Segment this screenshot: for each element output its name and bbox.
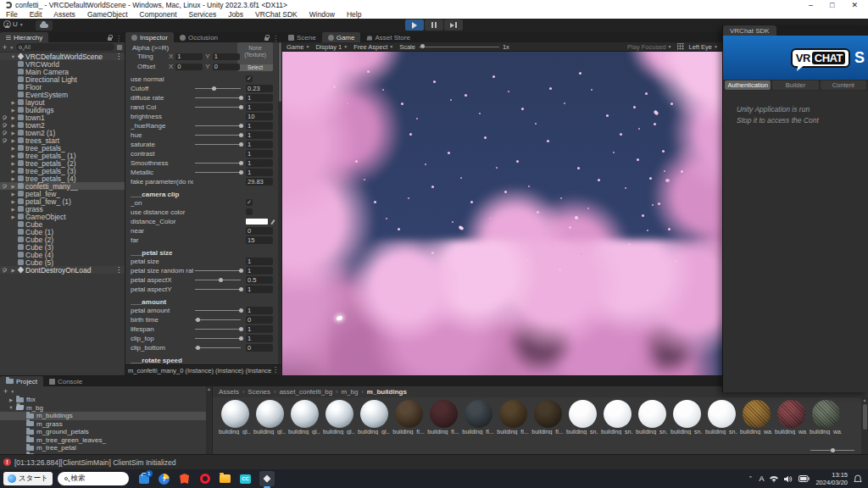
expand-arrow-icon[interactable]: ▶ bbox=[10, 100, 16, 105]
inspector-row--huerange[interactable]: _hueRange1 bbox=[125, 121, 278, 130]
cc-taskbar-button[interactable]: CC bbox=[239, 472, 253, 485]
hierarchy-item[interactable]: ▶town1 bbox=[0, 114, 125, 121]
tab-occlusion[interactable]: Occlusion bbox=[174, 32, 224, 42]
property-value-input[interactable]: 1 bbox=[246, 325, 273, 333]
expand-arrow-icon[interactable]: ▶ bbox=[10, 138, 16, 143]
breadcrumb-item[interactable]: Scenes bbox=[248, 388, 270, 396]
kebab-menu-icon[interactable]: ⋮ bbox=[272, 36, 279, 42]
account-button[interactable]: U ▼ bbox=[3, 20, 24, 28]
inspector-row-lifespan[interactable]: lifespan1 bbox=[125, 324, 278, 334]
expand-arrow-icon[interactable]: ▶ bbox=[10, 123, 16, 128]
tiling-y-input[interactable]: 1 bbox=[213, 53, 240, 60]
menu-item-gameobject[interactable]: GameObject bbox=[81, 10, 134, 19]
inspector-row-fake-parameter-do-nothing-[interactable]: fake parameter(do nothing)29.83 bbox=[125, 177, 278, 186]
inspector-row-hue[interactable]: hue1 bbox=[125, 130, 278, 140]
expand-arrow-icon[interactable]: ▶ bbox=[10, 207, 16, 212]
asset-thumbnail[interactable]: building_wa... bbox=[775, 400, 807, 452]
property-value-input[interactable]: 1 bbox=[246, 267, 273, 274]
property-slider[interactable] bbox=[195, 329, 241, 330]
asset-thumbnail[interactable]: building_sn... bbox=[601, 400, 633, 452]
property-slider[interactable] bbox=[195, 97, 241, 98]
cloud-services-button[interactable] bbox=[36, 20, 53, 30]
property-slider[interactable] bbox=[195, 289, 241, 290]
start-button[interactable]: スタート bbox=[3, 472, 53, 485]
scale-slider[interactable] bbox=[419, 47, 499, 47]
status-bar[interactable]: ! [01:13:26.884][ClientSimMain] ClientSi… bbox=[0, 454, 868, 469]
inspector-row-petal-aspecty[interactable]: petal aspectY1 bbox=[125, 285, 278, 294]
inspector-row-use-distance-color[interactable]: use distance color bbox=[125, 208, 278, 217]
aspect-dropdown[interactable]: Free Aspect▼ bbox=[353, 43, 393, 51]
property-value-input[interactable]: 10 bbox=[246, 113, 273, 120]
add-dropdown-arrow-icon[interactable]: ▼ bbox=[10, 389, 14, 394]
asset-grid-scrollbar[interactable]: ▲ bbox=[861, 397, 868, 454]
expand-arrow-icon[interactable]: ▶ bbox=[8, 397, 14, 402]
hierarchy-item[interactable]: ▶layout bbox=[0, 98, 125, 106]
tab-hierarchy[interactable]: Hierarchy bbox=[0, 32, 48, 42]
property-value-input[interactable]: 29.83 bbox=[246, 178, 273, 186]
inspector-row-petal-amount[interactable]: petal amount1 bbox=[125, 306, 278, 315]
property-value-input[interactable]: 1 bbox=[246, 307, 273, 314]
add-dropdown-arrow-icon[interactable]: ▼ bbox=[9, 45, 14, 50]
folder-item[interactable]: m_grass bbox=[0, 420, 212, 429]
hierarchy-item[interactable]: Cube bbox=[0, 220, 125, 228]
property-checkbox[interactable]: ✓ bbox=[246, 75, 253, 82]
expand-arrow-icon[interactable]: ▶ bbox=[10, 268, 16, 273]
property-slider[interactable] bbox=[195, 270, 241, 271]
expand-arrow-icon[interactable]: ▶ bbox=[10, 146, 16, 151]
kebab-menu-icon[interactable]: ⋮ bbox=[115, 53, 125, 60]
color-swatch[interactable] bbox=[246, 219, 268, 225]
slider-knob-icon[interactable] bbox=[239, 133, 243, 137]
property-value-input[interactable]: 1 bbox=[246, 258, 273, 265]
expand-arrow-icon[interactable]: ▶ bbox=[10, 214, 16, 219]
lock-icon[interactable] bbox=[264, 37, 269, 41]
stats-grid-icon[interactable] bbox=[677, 43, 684, 50]
menu-item-jobs[interactable]: Jobs bbox=[222, 10, 249, 19]
property-slider[interactable] bbox=[195, 280, 241, 280]
asset-thumbnail[interactable]: building_gl... bbox=[288, 400, 320, 452]
property-value-input[interactable]: 1 bbox=[246, 169, 273, 176]
property-value-input[interactable]: 1 bbox=[246, 286, 273, 293]
expand-arrow-icon[interactable]: ▼ bbox=[8, 405, 14, 410]
play-button[interactable] bbox=[405, 19, 424, 30]
battery-icon[interactable] bbox=[798, 475, 810, 482]
play-focused-dropdown[interactable]: Play Focused▼ bbox=[627, 43, 671, 51]
tray-expand-icon[interactable]: ⌃ bbox=[748, 475, 754, 482]
display-dropdown[interactable]: Display 1▼ bbox=[315, 43, 348, 51]
expand-arrow-icon[interactable]: ▶ bbox=[10, 115, 16, 120]
thumbnail-size-slider[interactable] bbox=[810, 450, 854, 451]
menu-item-file[interactable]: File bbox=[0, 10, 24, 19]
lock-icon[interactable] bbox=[108, 37, 112, 41]
asset-thumbnail[interactable]: building_fl... bbox=[392, 400, 425, 452]
kebab-menu-icon[interactable]: ⋮ bbox=[272, 367, 279, 374]
asset-thumbnail[interactable]: building_fl... bbox=[497, 400, 529, 452]
kebab-menu-icon[interactable]: ⋮ bbox=[115, 36, 122, 42]
hierarchy-item[interactable]: Cube (1) bbox=[0, 228, 125, 236]
vrchat-tab-content[interactable]: Content bbox=[821, 80, 866, 90]
tab-inspector[interactable]: Inspector bbox=[125, 32, 174, 42]
property-slider[interactable] bbox=[195, 135, 241, 136]
property-value-input[interactable]: 1 bbox=[246, 94, 273, 102]
hierarchy-item[interactable]: ▶buildings bbox=[0, 106, 125, 114]
asset-thumbnail[interactable]: building_gl... bbox=[219, 400, 251, 452]
taskbar-clock[interactable]: 13:15 2024/03/20 bbox=[815, 471, 848, 487]
tab-console[interactable]: Console bbox=[43, 376, 88, 386]
brave-taskbar-button[interactable] bbox=[178, 472, 192, 485]
visibility-icon[interactable] bbox=[3, 130, 7, 135]
expand-arrow-icon[interactable]: ▶ bbox=[10, 161, 16, 166]
folder-item[interactable]: m_ground_petals bbox=[0, 428, 212, 436]
wifi-icon[interactable] bbox=[770, 475, 778, 483]
asset-thumbnail[interactable]: building_fl... bbox=[427, 400, 459, 452]
eye-dropdown[interactable]: Left Eye▼ bbox=[689, 43, 718, 51]
folder-item[interactable]: m_tree_petal bbox=[0, 444, 212, 452]
tab-asset-store[interactable]: Asset Store bbox=[360, 32, 415, 42]
tab-game[interactable]: Game bbox=[322, 32, 361, 42]
property-slider[interactable] bbox=[195, 144, 241, 145]
property-value-input[interactable]: 0 bbox=[246, 344, 273, 352]
add-gameobject-button[interactable]: + bbox=[3, 43, 7, 52]
asset-thumbnail[interactable]: building_gl... bbox=[323, 400, 355, 452]
asset-thumbnail[interactable]: building_gl... bbox=[358, 400, 390, 452]
asset-thumbnail[interactable]: building_sn... bbox=[636, 400, 668, 452]
visibility-icon[interactable] bbox=[3, 184, 7, 188]
hierarchy-scene-root[interactable]: ▼ VRCDefaultWorldScene ⋮ bbox=[0, 53, 125, 60]
expand-arrow-icon[interactable]: ▶ bbox=[10, 108, 16, 113]
